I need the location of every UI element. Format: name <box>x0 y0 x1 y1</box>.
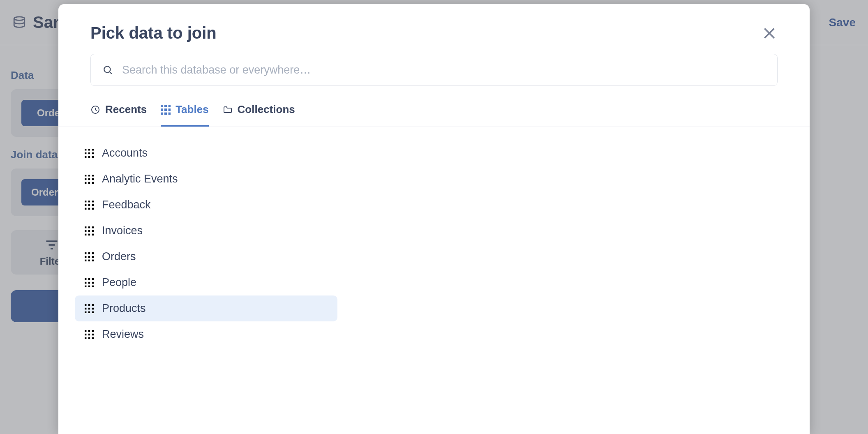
svg-line-16 <box>110 72 112 74</box>
modal-header: Pick data to join <box>58 4 810 54</box>
table-icon <box>161 105 171 115</box>
table-item[interactable]: People <box>75 270 337 295</box>
table-item-label: Analytic Events <box>102 173 178 185</box>
modal-tabs: Recents Tables Collections <box>58 96 810 127</box>
tab-recents-label: Recents <box>105 103 147 116</box>
tab-tables[interactable]: Tables <box>161 103 208 127</box>
table-list: AccountsAnalytic EventsFeedbackInvoicesO… <box>58 127 354 434</box>
table-item[interactable]: Analytic Events <box>75 166 337 192</box>
table-item[interactable]: Reviews <box>75 321 337 347</box>
table-icon <box>85 175 94 184</box>
tab-collections-label: Collections <box>238 103 295 116</box>
modal-title: Pick data to join <box>90 24 217 42</box>
svg-point-15 <box>104 66 110 72</box>
table-item[interactable]: Accounts <box>75 140 337 166</box>
table-icon <box>85 252 94 261</box>
table-item-label: Products <box>102 302 146 315</box>
table-item-label: Feedback <box>102 199 151 211</box>
table-item-label: Accounts <box>102 147 148 159</box>
preview-pane <box>354 127 810 434</box>
search-icon <box>102 65 113 75</box>
search-input[interactable] <box>122 64 766 76</box>
folder-icon <box>223 105 233 115</box>
tab-collections[interactable]: Collections <box>223 103 295 127</box>
table-item-label: Reviews <box>102 328 144 341</box>
data-picker-modal: Pick data to join Recents Tables <box>58 4 810 434</box>
table-icon <box>85 304 94 313</box>
table-item[interactable]: Orders <box>75 244 337 270</box>
table-icon <box>85 330 94 339</box>
table-item[interactable]: Invoices <box>75 218 337 244</box>
table-item[interactable]: Feedback <box>75 192 337 218</box>
table-item[interactable]: Products <box>75 295 337 321</box>
tab-recents[interactable]: Recents <box>90 103 147 127</box>
table-icon <box>85 201 94 210</box>
table-item-label: People <box>102 276 136 289</box>
modal-body: AccountsAnalytic EventsFeedbackInvoicesO… <box>58 127 810 434</box>
table-icon <box>85 149 94 158</box>
table-icon <box>85 278 94 287</box>
close-icon[interactable] <box>761 25 778 42</box>
table-item-label: Invoices <box>102 224 143 237</box>
clock-icon <box>90 105 100 115</box>
table-item-label: Orders <box>102 250 136 263</box>
tab-tables-label: Tables <box>175 103 208 116</box>
search-wrap <box>58 54 810 96</box>
search-box[interactable] <box>90 54 778 86</box>
table-icon <box>85 226 94 235</box>
